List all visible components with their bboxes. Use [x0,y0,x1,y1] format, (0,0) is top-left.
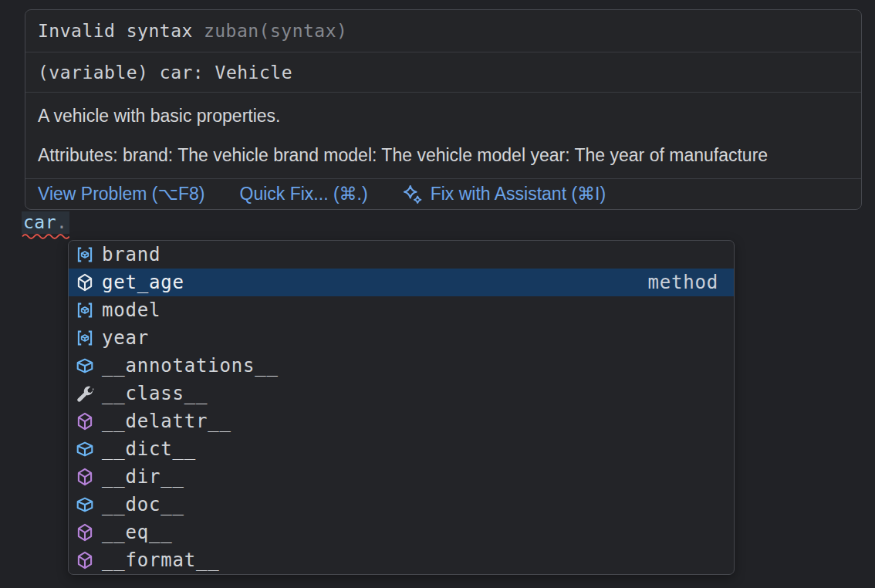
view-problem-label: View Problem (⌥F8) [38,184,205,204]
hover-actions-row: View Problem (⌥F8) Quick Fix... (⌘.) Fix… [25,179,861,209]
completion-label: __doc__ [102,491,184,519]
completion-item[interactable]: __dir__ [69,463,734,491]
docstring-section: A vehicle with basic properties. Attribu… [25,93,861,179]
completion-label: __class__ [102,380,208,407]
code-dot: . [56,212,67,232]
completion-item[interactable]: __doc__ [69,491,734,519]
completion-item[interactable]: __delattr__ [69,407,734,435]
completion-label: __annotations__ [102,352,279,380]
code-variable: car [23,212,56,232]
field-icon [75,329,95,347]
error-squiggle [22,232,69,239]
method-icon [75,523,95,542]
completion-label: __dict__ [102,435,196,463]
quick-fix-label: Quick Fix... (⌘.) [240,184,368,204]
completion-item[interactable]: year [69,324,734,352]
completion-label: __eq__ [102,519,173,546]
method-icon [75,412,95,431]
variable-icon [75,357,95,375]
signature-row: (variable) car: Vehicle [25,52,861,93]
view-problem-link[interactable]: View Problem (⌥F8) [38,184,205,204]
completion-item[interactable]: __annotations__ [69,352,734,380]
field-icon [75,301,95,319]
symbol-signature: (variable) car: Vehicle [38,63,292,83]
method-icon [75,468,95,486]
completion-label: model [102,296,160,324]
completion-item[interactable]: model [69,296,734,324]
completion-label: get_age [102,269,184,296]
doc-summary: A vehicle with basic properties. [38,104,849,127]
wrench-icon [75,384,95,403]
diagnostic-row: Invalid syntax zuban(syntax) [25,10,861,52]
completion-label: brand [102,241,160,269]
fix-with-assistant-label: Fix with Assistant (⌘I) [431,184,606,204]
fix-with-assistant-link[interactable]: Fix with Assistant (⌘I) [403,184,606,204]
completion-item[interactable]: __class__ [69,380,734,407]
completion-item[interactable]: brand [69,241,734,269]
completion-item[interactable]: __dict__ [69,435,734,463]
method-icon [75,551,95,569]
completion-label: __delattr__ [102,407,231,435]
completion-item[interactable]: get_agemethod [69,269,734,296]
completion-label: year [102,324,149,352]
completion-label: __format__ [102,546,220,574]
completion-dropdown: brandget_agemethodmodelyear__annotations… [68,240,735,575]
completion-item[interactable]: __format__ [69,546,734,574]
diagnostic-message: Invalid syntax [38,21,193,41]
completion-kind-detail: method [648,272,719,293]
code-line[interactable]: car. [22,211,69,234]
doc-attributes: Attributes: brand: The vehicle brand mod… [38,144,849,167]
method-icon [75,273,95,292]
sparkle-icon [403,184,423,204]
completion-label: __dir__ [102,463,184,491]
hover-panel: Invalid syntax zuban(syntax) (variable) … [25,9,862,210]
field-icon [75,245,95,264]
variable-icon [75,495,95,514]
quick-fix-link[interactable]: Quick Fix... (⌘.) [240,184,368,204]
variable-icon [75,440,95,458]
completion-item[interactable]: __eq__ [69,519,734,546]
diagnostic-source: zuban(syntax) [204,21,348,41]
